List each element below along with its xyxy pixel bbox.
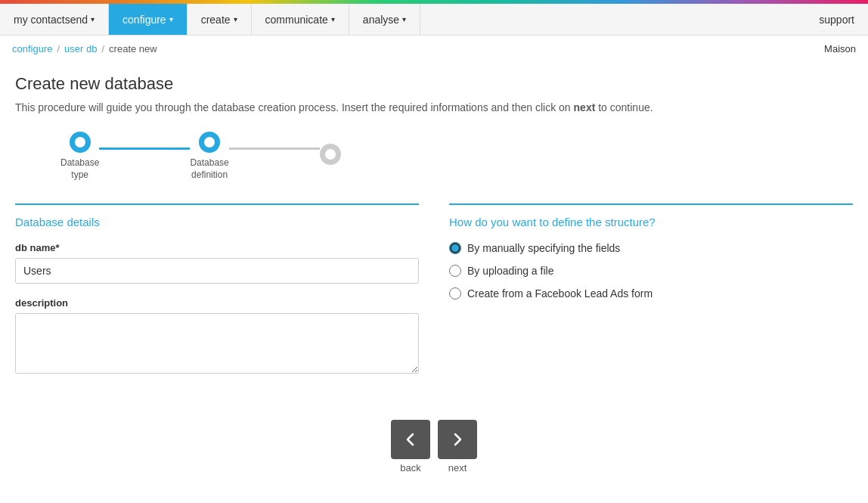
page-content: Create new database This procedure will … [0, 62, 868, 486]
page-desc-end-text: to continue. [598, 101, 653, 113]
nav-item-create[interactable]: create ▾ [188, 4, 252, 35]
radio-upload-label: By uploading a file [467, 265, 553, 277]
breadcrumb-right: Maison [824, 43, 856, 54]
next-label: next [448, 462, 467, 474]
db-name-field: db name* [15, 242, 419, 284]
right-section-title: How do you want to define the structure? [449, 216, 853, 228]
page-description: This procedure will guide you through th… [15, 101, 853, 113]
breadcrumb-current: create new [109, 43, 157, 54]
breadcrumb-configure[interactable]: configure [12, 43, 52, 54]
breadcrumb-sep-2: / [101, 43, 104, 54]
nav-support[interactable]: support [805, 4, 868, 35]
db-name-input[interactable] [15, 258, 419, 284]
step-3-circle [320, 144, 341, 165]
nav-item-configure[interactable]: configure ▾ [109, 4, 188, 35]
back-wrapper: back [391, 420, 430, 474]
radio-facebook[interactable]: Create from a Facebook Lead Ads form [449, 287, 853, 300]
nav-item-my-contactsend[interactable]: my contactsend ▾ [0, 4, 109, 35]
left-column: Database details db name* description [15, 203, 419, 390]
nav-label-communicate: communicate [265, 14, 328, 26]
nav-arrow-configure: ▾ [169, 15, 173, 23]
description-field: description [15, 297, 419, 376]
step-3-inner [325, 149, 336, 160]
right-column: How do you want to define the structure?… [449, 203, 853, 390]
radio-facebook-input[interactable] [449, 287, 461, 300]
nav-arrow-communicate: ▾ [331, 15, 335, 23]
top-nav: my contactsend ▾ configure ▾ create ▾ co… [0, 4, 868, 36]
nav-arrow-create: ▾ [234, 15, 237, 23]
step-1: Databasetype [60, 132, 99, 181]
step-2-circle [199, 132, 220, 153]
description-textarea[interactable] [15, 313, 419, 374]
step-2-inner [204, 137, 215, 147]
step-line-1 [99, 147, 190, 150]
step-2-label: Databasedefinition [190, 157, 228, 181]
nav-label-analyse: analyse [363, 14, 399, 26]
nav-item-communicate[interactable]: communicate ▾ [252, 4, 349, 35]
stepper: Databasetype Databasedefinition [15, 132, 853, 181]
next-button[interactable] [438, 420, 477, 459]
db-name-label: db name* [15, 242, 419, 253]
bottom-nav: back next [15, 420, 853, 474]
next-wrapper: next [438, 420, 477, 474]
step-1-inner [75, 137, 85, 147]
step-1-label: Databasetype [60, 157, 99, 181]
step-3 [320, 144, 341, 169]
radio-upload[interactable]: By uploading a file [449, 265, 853, 277]
page-desc-bold: next [574, 101, 596, 113]
step-1-circle [70, 132, 91, 153]
description-label: description [15, 297, 419, 309]
radio-manual[interactable]: By manually specifying the fields [449, 242, 853, 254]
nav-label-configure: configure [122, 14, 166, 26]
back-label: back [400, 462, 420, 474]
radio-facebook-label: Create from a Facebook Lead Ads form [467, 287, 653, 300]
step-2: Databasedefinition [190, 132, 228, 181]
radio-upload-input[interactable] [449, 265, 461, 277]
breadcrumb: configure / user db / create new Maison [0, 36, 868, 62]
radio-manual-label: By manually specifying the fields [467, 242, 620, 254]
left-section-title: Database details [15, 216, 419, 228]
form-columns: Database details db name* description Ho… [15, 203, 853, 390]
nav-support-label: support [819, 14, 854, 26]
step-line-2 [229, 147, 320, 150]
radio-manual-input[interactable] [449, 242, 461, 254]
nav-arrow-my-contactsend: ▾ [91, 15, 95, 23]
page-desc-text: This procedure will guide you through th… [15, 101, 571, 113]
nav-arrow-analyse: ▾ [402, 15, 406, 23]
nav-label-my-contactsend: my contactsend [14, 14, 88, 26]
nav-item-analyse[interactable]: analyse ▾ [349, 4, 420, 35]
page-title: Create new database [15, 74, 853, 94]
back-button[interactable] [391, 420, 430, 459]
breadcrumb-user-db[interactable]: user db [64, 43, 97, 54]
nav-label-create: create [201, 14, 231, 26]
breadcrumb-sep-1: / [57, 43, 60, 54]
